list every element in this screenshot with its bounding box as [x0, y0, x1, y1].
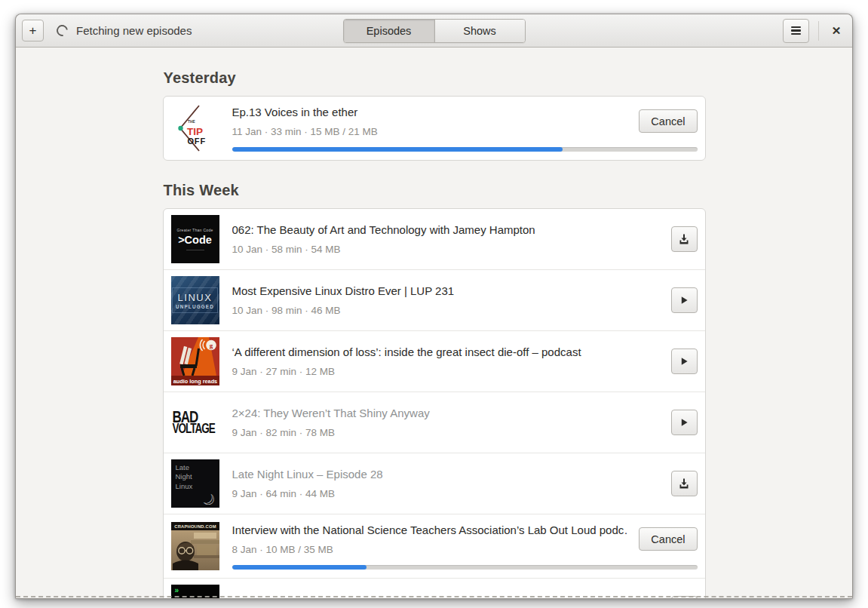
- download-progressbar: [232, 147, 698, 152]
- episode-meta: 9 Jan · 82 min · 78 MB: [232, 427, 661, 438]
- episode-title: 2×24: They Weren’t That Shiny Anyway: [232, 407, 661, 419]
- download-icon: [678, 477, 690, 490]
- episode-title: ‘A different dimension of loss’: inside …: [232, 345, 661, 358]
- episode-title: Most Expensive Linux Distro Ever | LUP 2…: [232, 284, 661, 297]
- episode-meta: 10 Jan · 58 min · 54 MB: [232, 244, 661, 255]
- hamburger-icon: [791, 26, 801, 35]
- episode-title: Bot or Not: [232, 599, 661, 600]
- app-window: + Fetching new episodes Episodes Shows ✕…: [15, 14, 853, 599]
- episode-meta: 8 Jan · 10 MB / 35 MB: [232, 544, 629, 555]
- episode-row-craphound: CRAPHOUND.COM Interview with the Nationa…: [164, 514, 705, 578]
- episode-row-linux-unplugged: LINUX UNPLUGGED Most Expensive Linux Dis…: [164, 269, 705, 330]
- podcast-artwork-the-tip-off: THE TIP OFF: [171, 104, 219, 152]
- download-episode-button[interactable]: [671, 226, 698, 252]
- download-icon: [678, 233, 690, 245]
- episode-row-tip-off: THE TIP OFF Ep.13 Voices in the ether 11…: [164, 97, 705, 160]
- add-podcast-button[interactable]: +: [22, 20, 44, 41]
- episode-meta: 10 Jan · 98 min · 46 MB: [232, 305, 661, 316]
- episode-meta: 9 Jan · 64 min · 44 MB: [232, 488, 661, 499]
- episode-row-audio-long-reads: audio long reads g ‘A different dimensio…: [164, 330, 705, 392]
- episode-title: Ep.13 Voices in the ether: [232, 106, 629, 118]
- play-icon: [679, 418, 689, 427]
- tab-shows[interactable]: Shows: [434, 20, 525, 42]
- tab-episodes[interactable]: Episodes: [344, 20, 434, 42]
- episodes-view: Yesterday THE TIP OFF: [16, 48, 852, 599]
- cancel-download-button[interactable]: Cancel: [639, 527, 697, 551]
- episode-meta: 11 Jan · 33 min · 15 MB / 21 MB: [232, 126, 629, 137]
- menu-button[interactable]: [783, 19, 809, 43]
- episode-title: 062: The Beauty of Art and Technology wi…: [232, 223, 661, 236]
- svg-text:audio long reads: audio long reads: [173, 378, 216, 385]
- episode-title: Late Night Linux – Episode 28: [232, 468, 661, 481]
- episode-row-greater-than-code: Greater Than Code >Code 062: The Beauty …: [164, 209, 705, 269]
- loading-spinner-icon: [54, 23, 70, 38]
- episode-row-bad-voltage: BAD VOLTAGE 2×24: They Weren’t That Shin…: [164, 392, 705, 453]
- close-icon: ✕: [832, 24, 842, 38]
- plus-icon: +: [29, 23, 37, 38]
- play-icon: [679, 296, 689, 305]
- header-right-controls: ✕: [783, 19, 846, 43]
- podcast-artwork-craphound: CRAPHOUND.COM: [171, 522, 219, 570]
- section-title-this-week: This Week: [164, 182, 706, 199]
- podcast-artwork-audio-long-reads: audio long reads g: [171, 337, 219, 385]
- podcast-artwork-bad-voltage: BAD VOLTAGE: [171, 398, 219, 447]
- download-progressbar: [232, 565, 698, 570]
- close-button[interactable]: ✕: [827, 21, 846, 41]
- svg-text:THE: THE: [188, 120, 195, 124]
- view-switcher: Episodes Shows: [343, 19, 526, 43]
- status-text: Fetching new episodes: [76, 24, 192, 37]
- podcast-artwork-greater-than-code: Greater Than Code >Code: [171, 215, 219, 263]
- podcast-artwork-linux-unplugged: LINUX UNPLUGGED: [171, 276, 219, 324]
- episode-row-late-night-linux: Late Night Linux ☾ Late Night Linux – Ep…: [164, 453, 705, 514]
- this-week-card: Greater Than Code >Code 062: The Beauty …: [163, 208, 706, 599]
- svg-text:g: g: [209, 342, 213, 349]
- svg-text:CRAPHOUND.COM: CRAPHOUND.COM: [174, 524, 216, 529]
- podcast-artwork-late-night-linux: Late Night Linux ☾: [171, 459, 219, 508]
- section-title-yesterday: Yesterday: [164, 69, 706, 87]
- svg-text:TIP: TIP: [187, 126, 203, 137]
- svg-text:OFF: OFF: [187, 137, 205, 146]
- episode-feed: Yesterday THE TIP OFF: [163, 69, 706, 599]
- header-separator: [818, 21, 819, 41]
- episode-meta: 9 Jan · 27 min · 12 MB: [232, 366, 661, 377]
- cancel-download-button[interactable]: Cancel: [639, 109, 697, 133]
- play-episode-button[interactable]: [671, 349, 698, 374]
- play-episode-button[interactable]: [671, 410, 698, 435]
- header-bar: + Fetching new episodes Episodes Shows ✕: [16, 14, 852, 48]
- yesterday-card: THE TIP OFF Ep.13 Voices in the ether 11…: [163, 96, 706, 161]
- play-icon: [679, 357, 689, 366]
- scroll-undershoot-indicator: [16, 596, 852, 597]
- episode-title: Interview with the National Science Teac…: [232, 524, 629, 536]
- play-episode-button[interactable]: [671, 287, 698, 313]
- download-episode-button[interactable]: [671, 471, 698, 496]
